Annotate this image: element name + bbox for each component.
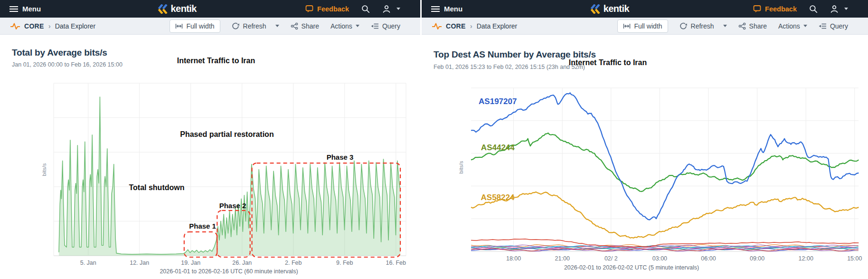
- y-axis-label: bits/s: [458, 161, 464, 173]
- right-chart-grid: [471, 88, 859, 251]
- series-label-AS197207: AS197207: [479, 97, 517, 106]
- chart-annotation-text: Total shutdown: [129, 183, 184, 192]
- chart-annotation-text: Phased partial restoration: [180, 130, 274, 138]
- x-axis-tick: 03:00: [652, 255, 667, 262]
- x-axis-tick: 26. Jan: [232, 260, 252, 266]
- svg-text:Phase 3: Phase 3: [327, 153, 354, 161]
- as-traffic-line-chart[interactable]: AS197207AS44244AS5822418:0021:0002/ 203:…: [422, 0, 868, 279]
- x-axis-tick: 12:00: [799, 255, 813, 262]
- chart-date-range: Jan 01, 2026 00:00 to Feb 16, 2026 15:00: [12, 61, 123, 68]
- chart-overlay-annotation: Internet Traffic to Iran: [569, 58, 647, 67]
- series-line-AS58224: [471, 192, 859, 238]
- series-line-AS197207: [471, 93, 859, 220]
- x-axis-tick: 2. Feb: [285, 260, 302, 266]
- y-axis-label: bits/s: [41, 163, 47, 176]
- minor-flows-band: [471, 244, 859, 251]
- x-axis-tick: 09:00: [750, 255, 764, 262]
- x-axis-label: 2026-02-01 to 2026-02-02 UTC (5 minute i…: [564, 264, 699, 271]
- left-panel: Menu kentik Feedback CORE › Data Explor: [0, 0, 420, 279]
- x-axis-tick: 9. Feb: [336, 260, 353, 266]
- x-axis-tick: 21:00: [555, 255, 570, 262]
- x-axis-tick: 06:00: [701, 255, 716, 262]
- traffic-area-chart[interactable]: Phase 1Phase 2Phase 3Total shutdownPhase…: [0, 0, 420, 279]
- series-label-AS58224: AS58224: [481, 193, 515, 202]
- x-axis-tick: 16. Feb: [386, 260, 406, 266]
- series-label-AS44244: AS44244: [481, 143, 515, 152]
- x-axis-tick: 18:00: [506, 255, 521, 262]
- right-panel: Menu kentik Feedback CORE › Data Explor: [422, 0, 868, 279]
- chart-title: Total by Average bits/s: [12, 48, 107, 58]
- x-axis-tick: 15:00: [847, 255, 862, 262]
- x-axis-tick: 02/ 2: [604, 255, 618, 262]
- svg-text:Phase 2: Phase 2: [219, 202, 246, 210]
- chart-overlay-annotation: Internet Traffic to Iran: [177, 57, 255, 65]
- x-axis-label: 2026-01-01 to 2026-02-16 UTC (60 minute …: [160, 268, 298, 275]
- traffic-area-fill: [59, 97, 400, 256]
- svg-text:Phase 1: Phase 1: [189, 222, 216, 230]
- x-axis-tick: 5. Jan: [80, 260, 96, 266]
- x-axis-tick: 12. Jan: [130, 260, 149, 266]
- chart-date-range: Feb 01, 2026 15:23 to Feb 02, 2026 15:15…: [434, 64, 585, 70]
- x-axis-tick: 19. Jan: [181, 260, 200, 266]
